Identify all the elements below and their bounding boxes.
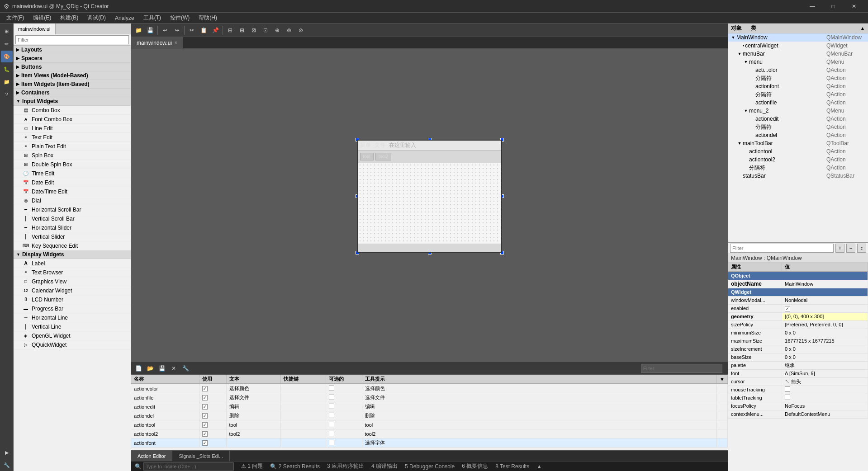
- tool-design[interactable]: 🎨: [1, 51, 13, 62]
- category-buttons[interactable]: ▶ Buttons: [14, 63, 131, 71]
- tb-open-btn[interactable]: 📁: [133, 25, 144, 36]
- menu-tools[interactable]: 工具(T): [139, 13, 166, 24]
- close-button[interactable]: ✕: [844, 0, 864, 13]
- action-open-btn[interactable]: 📂: [145, 363, 156, 374]
- tb-layout-b[interactable]: ⊕: [272, 25, 283, 36]
- action-used[interactable]: [199, 402, 226, 411]
- minimize-button[interactable]: —: [802, 0, 823, 13]
- locator-input[interactable]: [143, 462, 234, 471]
- action-checkable[interactable]: [326, 384, 362, 393]
- prop-value[interactable]: ↖ 箭头: [782, 377, 868, 386]
- col-expand[interactable]: ▼: [717, 375, 728, 384]
- menu-file[interactable]: 文件(F): [2, 13, 28, 24]
- widget-spin-box[interactable]: ⊞ Spin Box: [14, 151, 131, 160]
- design-canvas[interactable]: 菜单 文件 在这里输入 tool tool2: [131, 49, 728, 362]
- col-checkable[interactable]: 可选的: [326, 375, 362, 384]
- tree-centralwidget[interactable]: ▪ centralWidget QWidget: [728, 42, 868, 50]
- menu-debug[interactable]: 调试(D): [83, 13, 110, 24]
- menubar-menu[interactable]: 菜单: [360, 141, 371, 149]
- action-used[interactable]: [199, 420, 226, 429]
- tool-welcome[interactable]: ⊞: [1, 25, 13, 37]
- prop-value[interactable]: 16777215 x 16777215: [782, 337, 868, 345]
- tree-maintoolbar[interactable]: ▼ mainToolBar QToolBar: [728, 139, 868, 147]
- prop-value[interactable]: [(0, 0), 400 x 300]: [782, 312, 868, 320]
- prop-value[interactable]: NonModal: [782, 296, 868, 304]
- menu-build[interactable]: 构建(B): [56, 13, 83, 24]
- prop-value[interactable]: MainWindow: [782, 280, 868, 288]
- tool-extra2[interactable]: 🔧: [1, 459, 13, 471]
- menubar-placeholder[interactable]: 在这里输入: [389, 141, 416, 149]
- widget-v-line[interactable]: │ Vertical Line: [14, 322, 131, 331]
- widget-calendar[interactable]: 12 Calendar Widget: [14, 286, 131, 295]
- tree-actiondel[interactable]: actiondel QAction: [728, 131, 868, 139]
- prop-add-btn[interactable]: +: [835, 244, 844, 253]
- prop-col-name[interactable]: 属性: [728, 263, 782, 272]
- widget-h-scroll[interactable]: ━ Horizontal Scroll Bar: [14, 205, 131, 214]
- tab-close-icon[interactable]: ×: [175, 40, 177, 45]
- widget-tool-btn1[interactable]: tool: [360, 153, 374, 160]
- tree-separator3[interactable]: 分隔符 QAction: [728, 123, 868, 131]
- prop-expand-btn[interactable]: ↕: [857, 244, 866, 253]
- col-shortcut[interactable]: 快捷键: [280, 375, 326, 384]
- category-layouts[interactable]: ▶ Layouts: [14, 46, 131, 54]
- action-checkable[interactable]: [326, 411, 362, 420]
- widget-dial[interactable]: ◎ Dial: [14, 196, 131, 205]
- status-search[interactable]: 🔍 2 Search Results: [270, 463, 320, 470]
- widget-tab-main[interactable]: mainwindow.ui: [14, 24, 56, 34]
- menu-help[interactable]: 帮助(H): [194, 13, 222, 24]
- widget-text-edit[interactable]: ≡ Text Edit: [14, 133, 131, 142]
- widget-combo-box[interactable]: ▤ Combo Box: [14, 106, 131, 115]
- prop-filter-input[interactable]: [730, 244, 834, 253]
- action-used[interactable]: [199, 411, 226, 420]
- action-checkable[interactable]: [326, 402, 362, 411]
- obj-scrollbar-up[interactable]: ▲: [860, 25, 865, 32]
- menu-widgets[interactable]: 控件(W): [166, 13, 194, 24]
- widget-h-line[interactable]: ─ Horizontal Line: [14, 313, 131, 322]
- enabled-checkbox[interactable]: [785, 306, 790, 311]
- tb-paste-btn[interactable]: 📌: [210, 25, 221, 36]
- action-used[interactable]: [199, 384, 226, 393]
- menu-edit[interactable]: 编辑(E): [28, 13, 56, 24]
- prop-value[interactable]: 0 x 0: [782, 353, 868, 361]
- status-overview[interactable]: 6 概要信息: [462, 462, 488, 470]
- tab-signals-slots[interactable]: Signals _Slots Edi...: [172, 451, 230, 462]
- prop-remove-btn[interactable]: −: [846, 244, 855, 253]
- tool-project[interactable]: 📁: [1, 76, 13, 88]
- tree-actionedit[interactable]: actionedit QAction: [728, 115, 868, 123]
- tree-statusbar[interactable]: statusBar QStatusBar: [728, 172, 868, 180]
- tb-adjust[interactable]: ⊘: [295, 25, 306, 36]
- tree-mainwindow[interactable]: ▼ MainWindow QMainWindow: [728, 33, 868, 42]
- tab-mainwindow[interactable]: mainwindow.ui ×: [131, 37, 183, 49]
- action-used[interactable]: [199, 393, 226, 402]
- prop-value[interactable]: [782, 394, 868, 402]
- widget-label[interactable]: A Label: [14, 259, 131, 268]
- tool-edit[interactable]: ✏: [1, 38, 13, 50]
- status-compile[interactable]: 4 编译输出: [371, 462, 398, 470]
- action-filter-input[interactable]: [641, 364, 722, 373]
- tree-menubar[interactable]: ▼ menuBar QMenuBar: [728, 50, 868, 58]
- widget-line-edit[interactable]: ▭ Line Edit: [14, 124, 131, 133]
- widget-progress-bar[interactable]: ▬ Progress Bar: [14, 304, 131, 313]
- widget-tool-btn2[interactable]: tool2: [375, 153, 392, 160]
- widget-double-spin-box[interactable]: ⊞ Double Spin Box: [14, 160, 131, 169]
- tb-redo-btn[interactable]: ↪: [171, 25, 182, 36]
- mousetracking-checkbox[interactable]: [785, 386, 790, 392]
- action-checkable[interactable]: [326, 429, 362, 438]
- tb-copy-btn[interactable]: 📋: [198, 25, 209, 36]
- tool-debug[interactable]: 🐛: [1, 63, 13, 75]
- col-tooltip[interactable]: 工具提示: [362, 375, 717, 384]
- tree-actiolor[interactable]: acti...olor QAction: [728, 66, 868, 74]
- widget-v-slider[interactable]: ┃ Vertical Slider: [14, 232, 131, 241]
- menubar-file[interactable]: 文件: [375, 141, 385, 149]
- widget-plain-text-edit[interactable]: ≡ Plain Text Edit: [14, 142, 131, 151]
- action-delete-btn[interactable]: ✕: [168, 363, 179, 374]
- status-debugger[interactable]: 5 Debugger Console: [405, 463, 455, 470]
- widget-opengl[interactable]: ◈ OpenGL Widget: [14, 331, 131, 340]
- tab-action-editor[interactable]: Action Editor: [131, 451, 172, 462]
- prop-value[interactable]: 继承: [782, 361, 868, 369]
- action-new-btn[interactable]: 📄: [133, 363, 144, 374]
- prop-value[interactable]: NoFocus: [782, 402, 868, 410]
- maximize-button[interactable]: □: [823, 0, 844, 13]
- widget-datetime-edit[interactable]: 📅 Date/Time Edit: [14, 187, 131, 196]
- widget-key-seq[interactable]: ⌨ Key Sequence Edit: [14, 241, 131, 250]
